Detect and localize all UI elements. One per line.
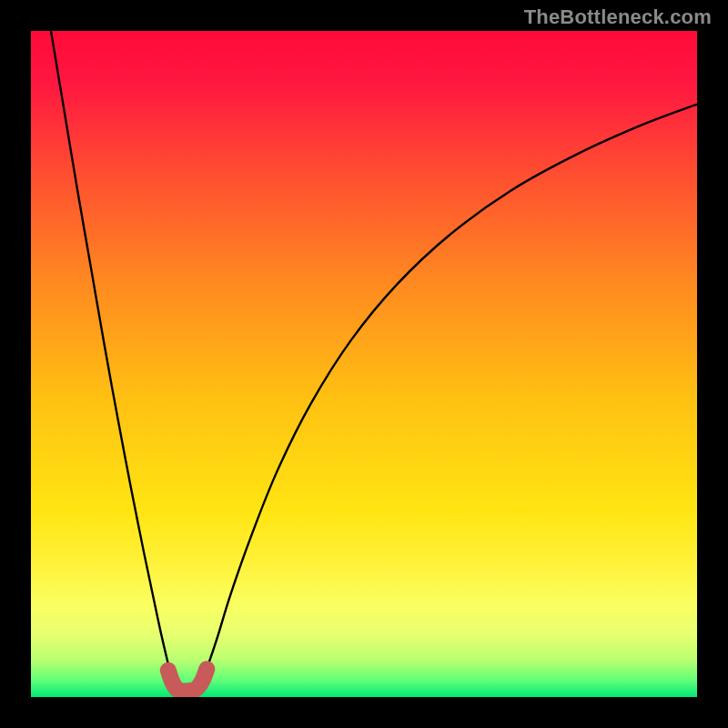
- curve-right-branch: [198, 105, 697, 690]
- curve-layer: [31, 31, 697, 697]
- trough-marker: [168, 669, 207, 691]
- plot-area: [31, 31, 697, 697]
- chart-frame: TheBottleneck.com: [0, 0, 728, 728]
- watermark-text: TheBottleneck.com: [524, 5, 712, 29]
- curve-left-branch: [51, 31, 177, 689]
